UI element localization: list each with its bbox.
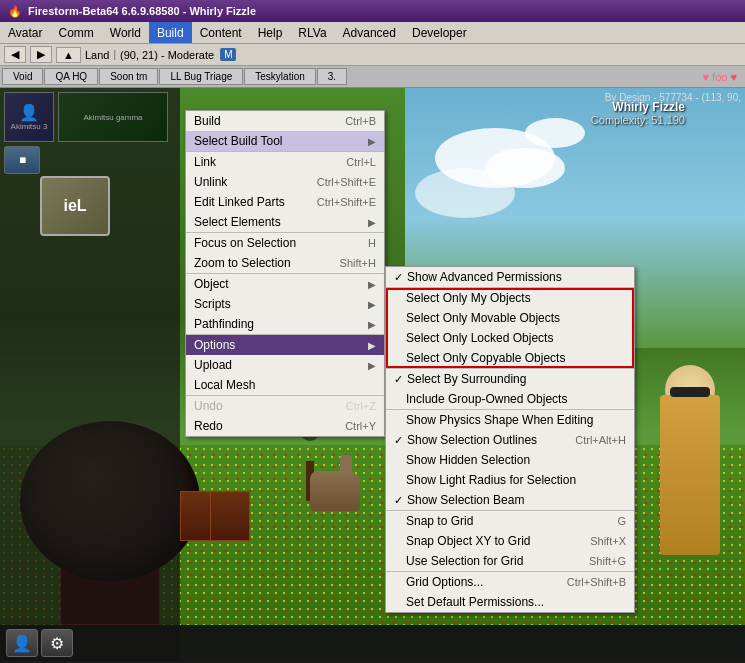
heart-filled: ♥ — [730, 71, 737, 83]
tab-3[interactable]: 3. — [317, 68, 347, 85]
opt-show-light-radius[interactable]: Show Light Radius for Selection — [386, 470, 634, 490]
menu-rlva[interactable]: RLVa — [290, 22, 334, 43]
tab-teskylation[interactable]: Teskylation — [244, 68, 315, 85]
menu-bar: Avatar Comm World Build Content Help RLV… — [0, 22, 745, 44]
opt-set-default-perms[interactable]: Set Default Permissions... — [386, 592, 634, 612]
tab-soon-tm[interactable]: Soon tm — [99, 68, 158, 85]
main-viewport-area: By Design - 577734 - (113, 90, Whirly Fi… — [0, 88, 745, 661]
scene-animal — [310, 471, 360, 511]
menu-build[interactable]: Build — [149, 22, 192, 43]
opt-grid-options[interactable]: Grid Options... Ctrl+Shift+B — [386, 572, 634, 592]
tab-void[interactable]: Void — [2, 68, 43, 85]
whirly-fizzle-label: Whirly Fizzle — [591, 100, 685, 114]
complexity-label: Complexity: 51,190 — [591, 114, 685, 126]
back-button[interactable]: ◀ — [4, 46, 26, 63]
build-menu-upload[interactable]: Upload ▶ — [186, 355, 384, 375]
options-submenu: ✓Show Advanced Permissions Select Only M… — [385, 266, 635, 613]
build-dropdown-menu: Build Ctrl+B Select Build Tool ▶ Link Ct… — [185, 110, 385, 437]
build-menu-redo[interactable]: Redo Ctrl+Y — [186, 416, 384, 436]
build-menu-build[interactable]: Build Ctrl+B — [186, 111, 384, 131]
avatar-glasses — [670, 387, 710, 397]
menu-avatar[interactable]: Avatar — [0, 22, 50, 43]
opt-show-selection-beam[interactable]: ✓Show Selection Beam — [386, 490, 634, 510]
bottom-toolbar: 👤 ⚙ — [0, 625, 745, 661]
avatar-torso — [660, 395, 720, 555]
opt-select-only-locked[interactable]: Select Only Locked Objects — [386, 328, 634, 348]
build-menu-section-2: Focus on Selection H Zoom to Selection S… — [186, 232, 384, 273]
scene-chairs — [180, 481, 260, 561]
avatar-body — [645, 365, 735, 625]
build-menu-object[interactable]: Object ▶ — [186, 274, 384, 294]
loc-separator: | — [113, 49, 116, 60]
mode-badge: M — [220, 48, 236, 61]
opt-select-only-copyable[interactable]: Select Only Copyable Objects — [386, 348, 634, 368]
avatar-thumb-1[interactable]: 👤 Akimitsu 3 — [4, 92, 54, 142]
menu-developer[interactable]: Developer — [404, 22, 475, 43]
land-label: Land — [85, 49, 109, 61]
cloud-4 — [415, 168, 515, 218]
build-menu-select-elements[interactable]: Select Elements ▶ — [186, 212, 384, 232]
build-menu-pathfinding[interactable]: Pathfinding ▶ — [186, 314, 384, 334]
tab-ll-bug-triage[interactable]: LL Bug Triage — [159, 68, 243, 85]
opt-include-group-owned[interactable]: Include Group-Owned Objects — [386, 389, 634, 409]
options-section-1: Select Only My Objects Select Only Movab… — [386, 287, 634, 368]
opt-select-only-my[interactable]: Select Only My Objects — [386, 288, 634, 308]
left-panel: 👤 Akimitsu 3 Akimitsu gamma ▶ ⏹ ieL — [0, 88, 180, 661]
opt-show-selection-outlines[interactable]: ✓Show Selection Outlines Ctrl+Alt+H — [386, 430, 634, 450]
menu-world[interactable]: World — [102, 22, 149, 43]
options-section-0: ✓Show Advanced Permissions — [386, 267, 634, 287]
opt-show-hidden-selection[interactable]: Show Hidden Selection — [386, 450, 634, 470]
options-section-3: Show Physics Shape When Editing ✓Show Se… — [386, 409, 634, 510]
build-menu-link[interactable]: Link Ctrl+L — [186, 152, 384, 172]
up-button[interactable]: ▲ — [56, 47, 81, 63]
avatar-thumb-2[interactable]: Akimitsu gamma — [58, 92, 168, 142]
build-menu-edit-linked[interactable]: Edit Linked Parts Ctrl+Shift+E — [186, 192, 384, 212]
chair-2 — [210, 491, 250, 541]
app-title: Firestorm-Beta64 6.6.9.68580 - Whirly Fi… — [28, 5, 256, 17]
build-menu-undo[interactable]: Undo Ctrl+Z — [186, 396, 384, 416]
build-menu-scripts[interactable]: Scripts ▶ — [186, 294, 384, 314]
build-menu-focus[interactable]: Focus on Selection H — [186, 233, 384, 253]
menu-comm[interactable]: Comm — [50, 22, 101, 43]
scroll-tabs-bar: Void QA HQ Soon tm LL Bug Triage Teskyla… — [0, 66, 745, 88]
build-menu-section-3: Object ▶ Scripts ▶ Pathfinding ▶ — [186, 273, 384, 334]
forward-button[interactable]: ▶ — [30, 46, 52, 63]
options-section-2: ✓Select By Surrounding Include Group-Own… — [386, 368, 634, 409]
build-menu-zoom[interactable]: Zoom to Selection Shift+H — [186, 253, 384, 273]
build-menu-section-5: Undo Ctrl+Z Redo Ctrl+Y — [186, 395, 384, 436]
build-menu-section-1: Link Ctrl+L Unlink Ctrl+Shift+E Edit Lin… — [186, 151, 384, 232]
coords-text: (90, 21) - Moderate — [120, 49, 214, 61]
opt-snap-object-xy[interactable]: Snap Object XY to Grid Shift+X — [386, 531, 634, 551]
opt-use-selection-for-grid[interactable]: Use Selection for Grid Shift+G — [386, 551, 634, 571]
build-menu-options[interactable]: Options ▶ — [186, 335, 384, 355]
options-section-5: Grid Options... Ctrl+Shift+B Set Default… — [386, 571, 634, 612]
options-section-4: Snap to Grid G Snap Object XY to Grid Sh… — [386, 510, 634, 571]
opt-show-advanced-perms[interactable]: ✓Show Advanced Permissions — [386, 267, 634, 287]
animal-head — [340, 455, 352, 473]
opt-select-by-surrounding[interactable]: ✓Select By Surrounding — [386, 369, 634, 389]
build-menu-section-4: Options ▶ Upload ▶ Local Mesh — [186, 334, 384, 395]
toolbar-settings-btn[interactable]: ⚙ — [41, 629, 73, 657]
menu-help[interactable]: Help — [250, 22, 291, 43]
cloud-3 — [525, 118, 585, 148]
location-bar: ◀ ▶ ▲ Land | (90, 21) - Moderate M — [0, 44, 745, 66]
hud-btn-2[interactable]: ⏹ — [4, 146, 40, 174]
iel-button[interactable]: ieL — [40, 176, 110, 236]
title-bar: 🔥 Firestorm-Beta64 6.6.9.68580 - Whirly … — [0, 0, 745, 22]
whirly-info: Whirly Fizzle Complexity: 51,190 — [591, 100, 685, 126]
heart-icon: ♥ foo — [703, 71, 728, 83]
build-menu-unlink[interactable]: Unlink Ctrl+Shift+E — [186, 172, 384, 192]
app-icon: 🔥 — [8, 5, 22, 18]
opt-show-physics-shape[interactable]: Show Physics Shape When Editing — [386, 410, 634, 430]
build-menu-section-0: Build Ctrl+B Select Build Tool ▶ — [186, 111, 384, 151]
toolbar-avatar-btn[interactable]: 👤 — [6, 629, 38, 657]
build-menu-select-build-tool[interactable]: Select Build Tool ▶ — [186, 131, 384, 151]
tab-qa-hq[interactable]: QA HQ — [44, 68, 98, 85]
build-menu-local-mesh[interactable]: Local Mesh — [186, 375, 384, 395]
menu-content[interactable]: Content — [192, 22, 250, 43]
opt-select-only-movable[interactable]: Select Only Movable Objects — [386, 308, 634, 328]
menu-advanced[interactable]: Advanced — [335, 22, 404, 43]
heart-foo-label: ♥ foo ♥ — [697, 71, 743, 83]
opt-snap-to-grid[interactable]: Snap to Grid G — [386, 511, 634, 531]
